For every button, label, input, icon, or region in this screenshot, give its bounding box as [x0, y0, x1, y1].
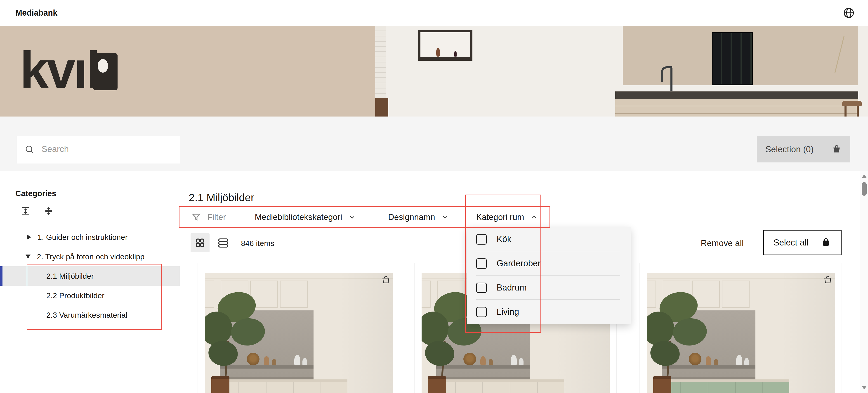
hero-banner: kvık: [0, 26, 868, 116]
sidebar-category-item[interactable]: 2.3 Varumärkesmaterial: [0, 305, 180, 325]
media-card[interactable]: [197, 263, 400, 393]
vertical-scrollbar: [860, 171, 868, 393]
category-label: 2.2 Produktbilder: [46, 291, 104, 300]
top-bar: Mediabank: [0, 0, 868, 26]
chevron-down-icon: [441, 213, 449, 221]
scrollbar-thumb[interactable]: [862, 182, 867, 196]
search-input[interactable]: [41, 136, 175, 163]
grid-view-toggle[interactable]: [191, 233, 210, 252]
scroll-up-arrow[interactable]: [862, 174, 867, 178]
grid-view-icon: [195, 237, 205, 248]
category-label: 2.3 Varumärkesmaterial: [46, 311, 127, 319]
sidebar-category-item[interactable]: 2.1 Miljöbilder: [0, 266, 180, 286]
dropdown-option[interactable]: Living: [467, 300, 631, 324]
list-view-icon: [217, 237, 229, 249]
option-label: Garderober: [497, 259, 540, 268]
sidebar-category-item[interactable]: 2.2 Produktbilder: [0, 286, 180, 305]
page-title: 2.1 Miljöbilder: [189, 191, 254, 204]
selection-button[interactable]: Selection (0): [757, 136, 850, 163]
add-to-basket-icon[interactable]: [823, 275, 833, 285]
dropdown-label: Designnamn: [388, 213, 435, 222]
cabinet-fronts: [654, 382, 789, 393]
search-section: Selection (0): [0, 116, 868, 171]
selection-label: Selection (0): [765, 145, 813, 154]
kitchen-island: [615, 99, 858, 116]
dropdown-kategori-rum[interactable]: Kategori rum: [476, 211, 538, 223]
miljobild-thumbnail: [647, 273, 835, 393]
kitchen-hero-photo: [375, 26, 868, 116]
category-label: 2.1 Miljöbilder: [46, 272, 94, 281]
chevron-up-icon: [530, 213, 538, 221]
dropdown-label: Mediebibliotekskategori: [255, 213, 342, 222]
tall-cabinets: [623, 26, 858, 85]
miljobild-thumbnail: [205, 273, 393, 393]
divider: [237, 208, 237, 226]
chevron-down-icon: [348, 213, 356, 221]
remove-all-button[interactable]: Remove all: [701, 238, 744, 248]
dropdown-option[interactable]: Garderober: [467, 251, 631, 276]
checkbox[interactable]: [476, 307, 487, 317]
categories-heading: Categories: [16, 189, 56, 198]
option-label: Kök: [497, 234, 511, 244]
dropdown-option[interactable]: Badrum: [467, 276, 631, 300]
island-countertop: [615, 91, 858, 99]
kategori-rum-dropdown-panel: Kök Garderober Badrum Living: [467, 227, 631, 324]
checkbox[interactable]: [476, 234, 487, 245]
cabinet-fronts: [428, 382, 564, 393]
dropdown-label: Kategori rum: [476, 213, 524, 222]
checkbox[interactable]: [476, 258, 487, 269]
language-globe-icon[interactable]: [843, 7, 855, 19]
items-count: 846 items: [241, 239, 274, 248]
search-icon: [24, 144, 35, 155]
basket-icon: [831, 144, 842, 155]
logo-dot: [98, 59, 108, 73]
search-box[interactable]: [17, 136, 180, 163]
option-label: Living: [497, 307, 519, 317]
add-to-basket-icon[interactable]: [381, 275, 391, 285]
scroll-down-arrow[interactable]: [862, 386, 867, 389]
select-all-label: Select all: [774, 238, 808, 248]
kvik-logo-mark: [93, 53, 118, 90]
select-all-button[interactable]: Select all: [763, 230, 842, 255]
media-card[interactable]: [640, 263, 842, 393]
checkbox[interactable]: [476, 283, 487, 293]
filter-bar: Filter Mediebibliotekskategori Designnam…: [0, 206, 868, 228]
wall-shelf: [418, 30, 472, 61]
dropdown-option[interactable]: Kök: [467, 227, 631, 251]
filter-label: Filter: [207, 213, 226, 222]
basket-icon: [820, 237, 831, 248]
mediabank-page: Mediabank kvık: [0, 0, 868, 393]
filter-funnel-icon: [191, 212, 202, 222]
option-label: Badrum: [497, 283, 527, 292]
cabinet-fronts: [212, 382, 347, 393]
dropdown-designnamn[interactable]: Designnamn: [388, 211, 449, 223]
dropdown-mediebibliotekskategori[interactable]: Mediebibliotekskategori: [255, 211, 356, 223]
list-view-toggle[interactable]: [217, 236, 230, 250]
results-toolbar: 846 items Remove all Select all: [0, 230, 868, 255]
app-title: Mediabank: [16, 8, 57, 18]
